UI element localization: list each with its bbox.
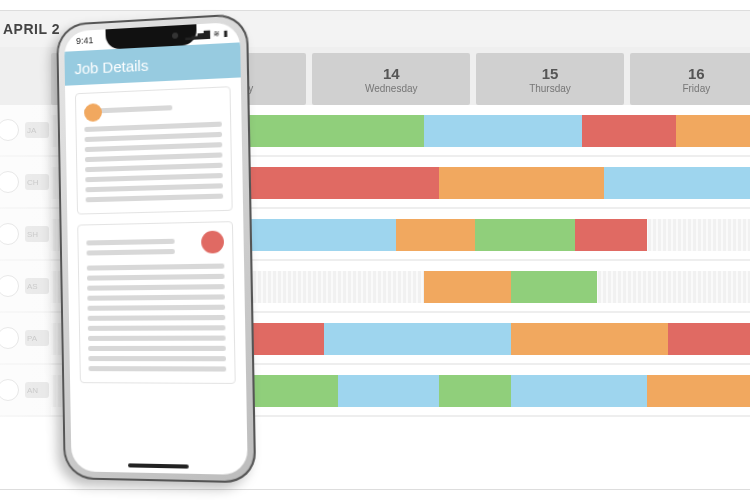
job-bar[interactable] <box>238 219 396 251</box>
job-bar[interactable] <box>424 115 582 147</box>
avatar <box>0 119 19 141</box>
day-header[interactable]: 15 Thursday <box>476 53 623 105</box>
row-label[interactable]: CH <box>0 157 51 207</box>
day-dow: Thursday <box>529 83 571 94</box>
job-bar[interactable] <box>647 375 750 407</box>
status-dot-icon <box>201 231 224 254</box>
placeholder-line <box>88 346 226 351</box>
job-bar[interactable] <box>511 375 647 407</box>
placeholder-line <box>86 194 224 203</box>
job-bar[interactable] <box>338 375 439 407</box>
job-bar[interactable] <box>511 323 669 355</box>
placeholder-line <box>88 315 226 321</box>
avatar <box>0 327 19 349</box>
placeholder-line <box>87 284 225 291</box>
placeholder-line <box>88 336 226 341</box>
placeholder-line <box>88 325 226 331</box>
avatar <box>0 379 19 401</box>
job-bar[interactable] <box>353 115 425 147</box>
avatar <box>0 171 19 193</box>
job-bar[interactable] <box>324 323 511 355</box>
job-bar[interactable] <box>396 219 475 251</box>
placeholder-line <box>86 239 175 246</box>
phone-screen: 9:41 ▂▃▅▇ ≋ ▮ Job Details <box>64 22 248 475</box>
day-header[interactable]: 14 Wednesday <box>312 53 470 105</box>
battery-icon: ▮ <box>223 28 227 37</box>
day-date: 16 <box>688 65 705 82</box>
day-date: 15 <box>542 65 559 82</box>
row-label-spacer <box>0 47 51 105</box>
row-label[interactable]: PA <box>0 313 51 363</box>
day-date: 14 <box>383 65 400 82</box>
signal-icon: ▂▃▅▇ <box>185 29 210 40</box>
job-card[interactable] <box>77 221 236 384</box>
avatar <box>0 275 19 297</box>
placeholder-line <box>87 263 225 270</box>
placeholder-line <box>85 173 223 182</box>
row-name: SH <box>25 226 49 242</box>
row-name: AS <box>25 278 49 294</box>
placeholder-line <box>85 183 223 192</box>
job-bar[interactable] <box>424 271 510 303</box>
status-time: 9:41 <box>76 35 93 46</box>
month-label: APRIL 2 <box>3 21 60 37</box>
job-bar[interactable] <box>668 323 750 355</box>
row-label[interactable]: JA <box>0 105 51 155</box>
phone-mockup: 9:41 ▂▃▅▇ ≋ ▮ Job Details <box>56 13 256 483</box>
row-name: PA <box>25 330 49 346</box>
job-bar[interactable] <box>604 167 750 199</box>
row-label[interactable]: AS <box>0 261 51 311</box>
placeholder-line <box>87 305 225 311</box>
job-bar[interactable] <box>475 219 576 251</box>
job-bar[interactable] <box>676 115 750 147</box>
job-card[interactable] <box>75 86 233 214</box>
job-bar[interactable] <box>439 167 604 199</box>
placeholder-line <box>85 142 223 152</box>
row-name: AN <box>25 382 49 398</box>
app-header-title: Job Details <box>74 56 148 77</box>
row-name: JA <box>25 122 49 138</box>
job-bar[interactable] <box>439 375 511 407</box>
row-label[interactable]: AN <box>0 365 51 415</box>
placeholder-line <box>85 163 223 173</box>
app-body[interactable] <box>65 77 248 475</box>
wifi-icon: ≋ <box>213 29 220 39</box>
row-label[interactable]: SH <box>0 209 51 259</box>
placeholder-line <box>87 274 225 281</box>
placeholder-line <box>85 132 223 142</box>
job-bar[interactable] <box>575 219 647 251</box>
placeholder-line <box>89 366 227 371</box>
status-dot-icon <box>84 103 102 122</box>
placeholder-line <box>87 294 225 300</box>
job-bar[interactable] <box>582 115 675 147</box>
job-bar[interactable] <box>511 271 597 303</box>
placeholder-line <box>87 249 176 256</box>
day-header[interactable]: 16 Friday <box>630 53 750 105</box>
avatar <box>0 223 19 245</box>
placeholder-line <box>85 152 223 162</box>
placeholder-line <box>84 122 222 132</box>
day-dow: Friday <box>682 83 710 94</box>
row-name: CH <box>25 174 49 190</box>
placeholder-line <box>88 356 226 361</box>
day-dow: Wednesday <box>365 83 418 94</box>
